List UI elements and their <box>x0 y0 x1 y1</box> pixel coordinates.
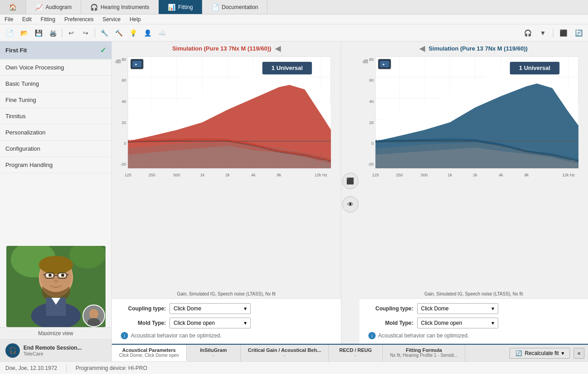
svg-text:2k: 2k <box>225 173 230 177</box>
sidebar-item-configuration[interactable]: Configuration <box>0 141 111 157</box>
nav-tab-documentation[interactable]: 📄 Documentation <box>202 0 268 14</box>
tab-critical-gain-sub: - <box>248 353 321 358</box>
sidebar-label-own-voice: Own Voice Processing <box>5 64 64 71</box>
right-coupling-section: Coupling type: Click Dome ▾ Mold Type: C… <box>359 298 588 344</box>
svg-text:125: 125 <box>372 173 379 177</box>
svg-text:1k: 1k <box>200 173 205 177</box>
tab-critical-gain-title: Critical Gain / Acoustical Beh... <box>248 347 321 353</box>
toolbar-separator-1 <box>62 28 62 37</box>
right-mold-type-row: Mold Type: Click Dome open ▾ <box>368 318 579 328</box>
nav-tab-home[interactable]: 🏠 <box>0 0 26 14</box>
left-mold-type-chevron: ▾ <box>244 320 247 326</box>
copy-right-button[interactable]: ⬛ <box>342 173 358 189</box>
menu-fitting[interactable]: Fitting <box>36 14 60 24</box>
right-coupling-type-value: Click Dome <box>421 305 449 312</box>
sidebar-label-tinnitus: Tinnitus <box>5 113 26 120</box>
left-chart-nav-icon[interactable]: ◀ <box>275 44 280 53</box>
menu-edit[interactable]: Edit <box>18 14 36 24</box>
toolbar-dropdown[interactable]: ▼ <box>536 27 550 39</box>
collapse-button[interactable]: « <box>574 348 584 359</box>
sidebar-item-tinnitus[interactable]: Tinnitus <box>0 108 111 125</box>
right-db-label: dB <box>363 59 368 64</box>
svg-point-19 <box>89 309 98 319</box>
toolbar-print[interactable]: 🖨️ <box>46 27 60 39</box>
right-mold-type-select[interactable]: Click Dome open ▾ <box>417 318 498 328</box>
right-chart-nav-icon-left[interactable]: ◀ <box>419 44 425 53</box>
toolbar-separator-2 <box>95 28 95 37</box>
toolbar-redo[interactable]: ↪ <box>79 27 92 39</box>
tab-recd-sub: - <box>336 353 375 358</box>
left-mold-type-value: Click Dome open <box>174 320 215 326</box>
sidebar-label-personalization: Personalization <box>5 129 46 136</box>
right-chart-title-text: Simulation (Pure 13 7Nx M (119/60)) <box>428 45 528 52</box>
maximize-view-button[interactable]: Maximize view <box>0 327 111 339</box>
right-panel: ◀ Simulation (Pure 13 7Nx M (119/60)) dB… <box>359 42 588 344</box>
left-coupling-type-row: Coupling type: Click Dome ▾ <box>121 303 332 314</box>
toolbar-devices[interactable]: 🎧 <box>521 27 534 39</box>
toolbar-refresh[interactable]: 🔄 <box>572 27 585 39</box>
toolbar-person[interactable]: 👤 <box>141 27 154 39</box>
left-coupling-section: Coupling type: Click Dome ▾ Mold Type: C… <box>112 298 341 344</box>
tab-recd[interactable]: RECD / REUG - <box>329 345 383 361</box>
toolbar-logout[interactable]: ⬛ <box>556 27 570 39</box>
tab-insitugram[interactable]: InSituGram - <box>187 345 241 361</box>
svg-text:20: 20 <box>122 120 126 125</box>
nav-tab-fitting[interactable]: 📊 Fitting <box>159 0 202 14</box>
left-coupling-type-select[interactable]: Click Dome ▾ <box>170 303 251 314</box>
sidebar-item-basic-tuning[interactable]: Basic Tuning <box>0 76 111 92</box>
toolbar-undo[interactable]: ↩ <box>64 27 78 39</box>
right-coupling-type-row: Coupling type: Click Dome ▾ <box>368 303 579 314</box>
menu-help[interactable]: Help <box>125 14 145 24</box>
tab-critical-gain[interactable]: Critical Gain / Acoustical Beh... - <box>241 345 329 361</box>
svg-text:+: + <box>571 162 574 166</box>
svg-text:12k Hz: 12k Hz <box>315 173 328 177</box>
sidebar-item-personalization[interactable]: Personalization <box>0 125 111 141</box>
top-navigation: 🏠 📈 Audiogram 🎧 Hearing Instruments 📊 Fi… <box>0 0 588 14</box>
right-coupling-type-label: Coupling type: <box>368 305 413 312</box>
toolbar-tools[interactable]: 🔨 <box>112 27 125 39</box>
left-info-icon: i <box>121 332 128 339</box>
sidebar-label-fine-tuning: Fine Tuning <box>5 97 36 103</box>
sidebar-item-fine-tuning[interactable]: Fine Tuning <box>0 92 111 108</box>
menu-service[interactable]: Service <box>98 14 125 24</box>
svg-text:125: 125 <box>124 173 131 177</box>
tab-fitting-formula[interactable]: Fitting Formula Nx fit, Hearing Profile … <box>383 345 465 361</box>
tab-acoustical-title: Acoustical Parameters <box>119 347 179 353</box>
right-chart-title: ◀ Simulation (Pure 13 7Nx M (119/60)) <box>359 42 588 54</box>
right-chart-svg: 80 60 40 20 0 -20 <box>363 55 585 182</box>
right-coupling-type-select[interactable]: Click Dome ▾ <box>417 303 498 314</box>
nav-tab-audiogram[interactable]: 📈 Audiogram <box>26 0 81 14</box>
right-mold-type-label: Mold Type: <box>368 320 413 326</box>
left-mold-type-row: Mold Type: Click Dome open ▾ <box>121 318 332 328</box>
toolbar-new[interactable]: 📄 <box>3 27 16 39</box>
sidebar-item-own-voice[interactable]: Own Voice Processing <box>0 60 111 76</box>
toolbar-cloud[interactable]: ☁️ <box>155 27 169 39</box>
sidebar-item-first-fit[interactable]: First Fit ✓ <box>0 42 111 60</box>
svg-text:8k: 8k <box>277 173 281 177</box>
tab-insitugram-sub: - <box>194 353 233 358</box>
svg-text:40: 40 <box>369 99 373 104</box>
toolbar-open[interactable]: 📂 <box>17 27 31 39</box>
left-gain-label: Gain, Simulated IG, Speech noise (LTASS)… <box>112 291 341 298</box>
svg-text:60: 60 <box>369 78 373 83</box>
recalculate-fit-button[interactable]: 🔄 Recalculate fit ▾ <box>510 348 570 359</box>
left-mold-type-select[interactable]: Click Dome open ▾ <box>170 318 251 328</box>
right-mold-type-value: Click Dome open <box>421 320 462 326</box>
menu-file[interactable]: File <box>0 14 18 24</box>
toolbar-save[interactable]: 💾 <box>32 27 45 39</box>
sync-button[interactable]: 👁 <box>342 196 358 212</box>
tab-acoustical-parameters[interactable]: Acoustical Parameters Click Dome, Click … <box>112 345 187 361</box>
sidebar-item-program-handling[interactable]: Program Handling <box>0 157 111 173</box>
toolbar-lightbulb[interactable]: 💡 <box>126 27 140 39</box>
left-chart-svg: 80 60 40 20 0 -20 <box>115 55 337 182</box>
home-icon: 🏠 <box>9 4 17 11</box>
status-separator <box>66 365 67 372</box>
telecare-text: End Remote Session... TeleCare <box>23 345 82 356</box>
telecare-bar[interactable]: 🎧 End Remote Session... TeleCare <box>0 339 111 361</box>
menu-preferences[interactable]: Preferences <box>60 14 98 24</box>
svg-point-8 <box>48 274 51 277</box>
nav-tab-hearing-instruments[interactable]: 🎧 Hearing Instruments <box>81 0 159 14</box>
documentation-icon: 📄 <box>211 4 219 11</box>
toolbar-wrench[interactable]: 🔧 <box>97 27 111 39</box>
svg-text:250: 250 <box>396 173 403 177</box>
